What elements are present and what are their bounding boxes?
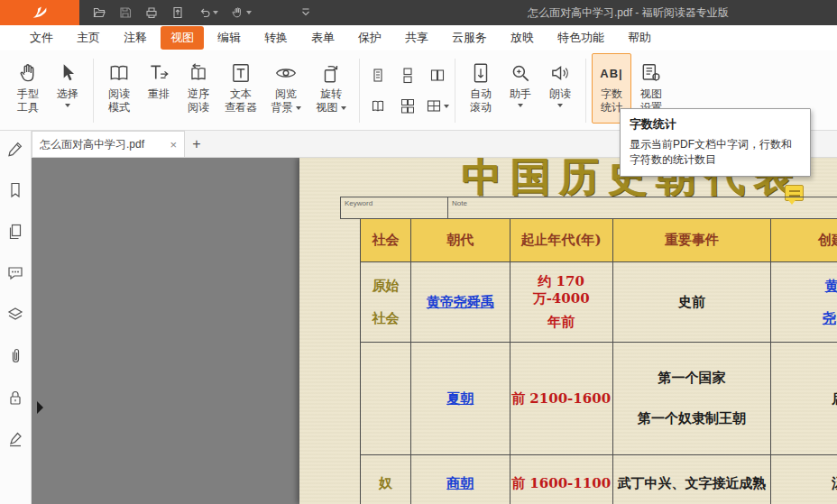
pages-icon [6, 223, 24, 241]
document-canvas[interactable]: 中国历史朝代表 Keyword Note 社会 朝代 起止年代(年) 重要事件 … [32, 158, 837, 504]
assistant-dropdown-caret-icon[interactable] [518, 104, 523, 107]
hand-icon [16, 61, 40, 85]
save-button[interactable] [118, 5, 133, 20]
export-button[interactable] [170, 5, 185, 20]
menu-features[interactable]: 特色功能 [547, 26, 614, 50]
document-tab[interactable]: 怎么面对高中学习.pdf × [32, 131, 185, 157]
text-viewer-button[interactable]: 文本 查看器 [218, 53, 263, 124]
save-icon [118, 5, 133, 20]
export-icon [170, 5, 185, 20]
dynasty-link[interactable]: 夏朝 [446, 390, 474, 408]
founder-link[interactable]: 尧|舜 [823, 310, 837, 327]
reverse-read-button[interactable]: 逆序 阅读 [179, 53, 218, 124]
sidebar-item-bookmarks[interactable] [6, 181, 24, 199]
table-row: 夏朝 前 2100-1600 第一个国家 第一个奴隶制王朝 启 [361, 343, 837, 455]
sidebar-item-signature[interactable] [6, 430, 24, 448]
assistant-button[interactable]: 助手 [501, 53, 540, 124]
facing-view-button[interactable] [424, 62, 451, 89]
rotate-dropdown-caret-icon[interactable] [341, 106, 346, 110]
menubar: 文件 主页 注释 视图 编辑 转换 表单 保护 共享 云服务 放映 特色功能 帮… [0, 25, 837, 50]
book-spread-icon [370, 98, 386, 115]
facing-continuous-button[interactable] [394, 93, 421, 120]
reverse-read-icon [187, 61, 210, 85]
ribbon-group-page-display [363, 60, 452, 122]
sidebar-item-annotate[interactable] [6, 140, 24, 158]
menu-view[interactable]: 视图 [161, 26, 204, 50]
undo-dropdown-caret-icon[interactable] [213, 11, 218, 14]
menu-convert[interactable]: 转换 [254, 26, 298, 50]
history-table: 社会 朝代 起止年代(年) 重要事件 创建人 原始 社会 [360, 219, 837, 504]
undo-icon [197, 5, 211, 20]
sidebar-item-layers[interactable] [6, 306, 24, 324]
events-cell: 第一个国家 第一个奴隶制王朝 [613, 343, 772, 455]
menu-share[interactable]: 共享 [395, 26, 438, 50]
foxit-reader-window: 怎么面对高中学习.pdf - 福昕阅读器专业版 文件 主页 注释 视图 编辑 转… [0, 0, 837, 504]
hand-dropdown-caret-icon[interactable] [246, 11, 252, 14]
read-aloud-button[interactable]: 朗读 [540, 53, 580, 124]
founder-link[interactable]: 黄帝 [825, 278, 837, 295]
society-cell: 原始 社会 [361, 262, 411, 343]
read-background-button[interactable]: 阅览 背景 [263, 53, 308, 124]
hand-tool-quick-button[interactable] [230, 5, 252, 20]
sidebar-item-comments[interactable] [6, 264, 24, 282]
new-tab-button[interactable]: + [185, 131, 208, 157]
sidebar-item-attachments[interactable] [6, 347, 24, 365]
keyword-field[interactable]: Keyword [341, 197, 448, 218]
background-dropdown-caret-icon[interactable] [296, 106, 301, 110]
foxit-logo-icon [30, 3, 50, 23]
split-view-button[interactable] [426, 98, 449, 115]
reflow-button[interactable]: 重排 [139, 53, 179, 124]
pen-icon [6, 140, 24, 158]
select-tool-button[interactable]: 选择 [48, 53, 87, 124]
menu-form[interactable]: 表单 [301, 26, 345, 50]
ribbon-group-separator [93, 59, 94, 123]
view-settings-icon [639, 61, 663, 85]
menu-home[interactable]: 主页 [67, 26, 110, 50]
ribbon-group-separator [585, 59, 586, 123]
single-page-view-button[interactable] [364, 62, 391, 89]
menu-edit[interactable]: 编辑 [207, 26, 251, 50]
select-dropdown-caret-icon[interactable] [65, 104, 70, 107]
dynasty-link[interactable]: 商朝 [446, 475, 474, 492]
chevron-down-icon [299, 5, 313, 20]
read-mode-book-icon [107, 61, 131, 85]
select-cursor-icon [56, 61, 79, 85]
founder-cell: 黄帝 尧|舜 [771, 262, 837, 343]
continuous-view-button[interactable] [394, 62, 421, 89]
signature-pen-icon [6, 430, 24, 448]
panel-collapse-toggle[interactable] [37, 401, 43, 414]
book-view-button[interactable] [364, 93, 391, 120]
ribbon-group-viewmodes: 阅读 模式 重排 逆序 阅读 文本 查看器 阅览 背景 [97, 53, 356, 124]
sidebar-item-security[interactable] [6, 389, 24, 407]
note-field[interactable]: Note [448, 197, 471, 218]
single-page-icon [370, 68, 386, 84]
read-mode-button[interactable]: 阅读 模式 [99, 53, 139, 124]
open-file-button[interactable] [92, 5, 106, 20]
main-area: 怎么面对高中学习.pdf × + 中国历史朝代表 Keyword Note 社会 [32, 131, 837, 504]
menu-protect[interactable]: 保护 [348, 26, 391, 50]
menu-present[interactable]: 放映 [501, 26, 544, 50]
dynasty-link[interactable]: 黄帝尧舜禹 [427, 294, 494, 311]
undo-button[interactable] [197, 5, 218, 20]
split-dropdown-caret-icon[interactable] [444, 105, 449, 108]
events-cell: 武丁中兴、文字接近成熟 [613, 455, 772, 504]
tooltip-body: 显示当前PDF文档中字词，行数和字符数的统计数目 [621, 135, 810, 176]
read-aloud-speaker-icon [548, 61, 572, 85]
sidebar-item-pages[interactable] [6, 223, 24, 241]
table-header-cell: 朝代 [411, 219, 510, 262]
foxit-logo[interactable] [0, 0, 79, 25]
print-button[interactable] [144, 5, 159, 20]
menu-file[interactable]: 文件 [20, 26, 63, 50]
comment-icon [6, 264, 24, 282]
customize-toolbar-button[interactable] [299, 5, 313, 20]
hand-tool-button[interactable]: 手型 工具 [8, 53, 48, 124]
rotate-view-button[interactable]: 旋转 视图 [308, 53, 354, 124]
hand-small-icon [230, 5, 244, 20]
auto-scroll-button[interactable]: 自动 滚动 [461, 53, 501, 124]
tab-close-icon[interactable]: × [170, 139, 177, 151]
menu-comment[interactable]: 注释 [114, 26, 157, 50]
menu-help[interactable]: 帮助 [618, 26, 661, 50]
layers-icon [6, 306, 24, 324]
read-aloud-dropdown-caret-icon[interactable] [557, 104, 563, 107]
menu-cloud[interactable]: 云服务 [442, 26, 497, 50]
